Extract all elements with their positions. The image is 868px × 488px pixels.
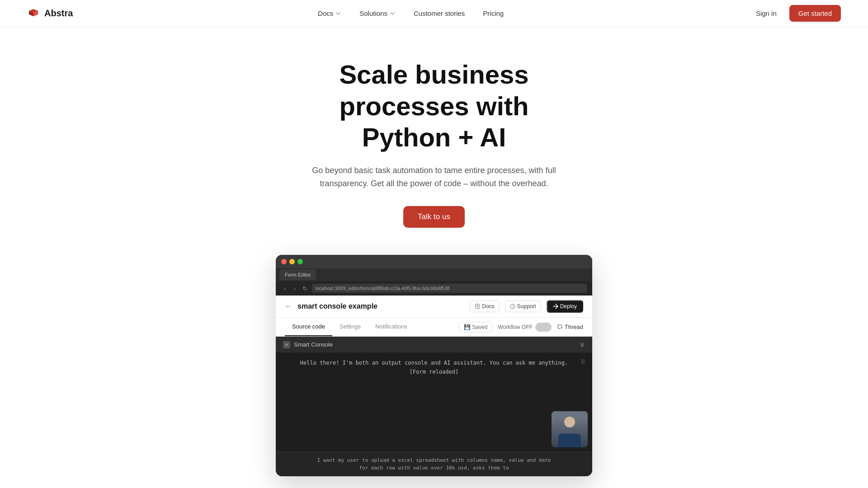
hero-title: Scale business processes with Python + A… [276,59,592,153]
console-icon: ≡ [283,341,290,348]
nav-customer-stories[interactable]: Customer stories [406,6,472,21]
smart-console-header: ≡ Smart Console ∨ [276,337,592,352]
tabs-left: Source code Settings Notifications [285,318,415,336]
app-title: smart console example [297,302,377,310]
support-button[interactable]: ? Support [505,300,541,312]
deploy-button[interactable]: Deploy [547,300,583,313]
tab-source-code[interactable]: Source code [285,318,332,336]
traffic-light-close[interactable] [281,259,287,264]
nav-right: Sign in Get started [749,5,841,22]
chevron-down-icon [335,10,341,17]
tab-settings[interactable]: Settings [332,318,368,336]
console-body: Hello there! I'm both an output console … [276,352,592,452]
forward-arrow-icon[interactable]: › [291,285,298,292]
docs-button[interactable]: Docs [470,300,499,312]
browser-tab-bar: Form Editor [276,268,592,281]
video-thumbnail [552,411,588,447]
nav-solutions[interactable]: Solutions [352,6,403,21]
screenshot-section: Form Editor ‹ › ↻ ← smart console exampl… [267,255,601,488]
hero-section: Scale business processes with Python + A… [0,27,868,488]
address-bar-input[interactable] [312,284,587,293]
person-head [564,417,575,427]
tabs-right: 💾 Saved Workflow OFF Thread [459,322,583,333]
docs-icon [475,304,480,309]
refresh-icon[interactable]: ↻ [301,285,308,292]
get-started-button[interactable]: Get started [789,5,841,22]
console-expand-icon[interactable]: ∨ [580,340,585,349]
browser-address-bar: ‹ › ↻ [276,281,592,296]
logo-icon [27,7,40,20]
thread-icon [557,324,563,330]
app-header: ← smart console example Docs [276,296,592,318]
talk-to-us-button[interactable]: Talk to us [403,206,465,228]
smart-console-title: ≡ Smart Console [283,341,333,348]
browser-tab[interactable]: Form Editor [279,269,316,280]
deploy-icon [553,304,558,309]
browser-frame: Form Editor ‹ › ↻ ← smart console exampl… [276,255,592,476]
svg-text:?: ? [512,305,514,308]
logo-link[interactable]: Abstra [27,7,73,20]
app-tabs: Source code Settings Notifications 💾 Sav… [276,318,592,337]
thread-button[interactable]: Thread [557,324,583,330]
console-input-text: I want my user to upload a excel spreads… [283,457,585,472]
console-input-area: I want my user to upload a excel spreads… [276,452,592,476]
nav-center: Docs Solutions Customer stories Pricing [311,6,511,21]
app-header-left: ← smart console example [285,302,377,310]
chevron-down-icon-2 [389,10,396,17]
person-body [558,434,581,447]
tab-notifications[interactable]: Notifications [368,318,415,336]
traffic-light-minimize[interactable] [289,259,295,264]
saved-badge: 💾 Saved [459,322,492,333]
support-icon: ? [510,304,515,309]
hero-subtitle: Go beyond basic task automation to tame … [307,164,561,190]
nav-docs[interactable]: Docs [311,6,349,21]
traffic-light-maximize[interactable] [297,259,303,264]
app-header-right: Docs ? Support Deploy [470,300,583,313]
brand-name: Abstra [44,8,73,19]
address-nav: ‹ › ↻ [281,285,308,292]
copy-icon[interactable]: ⎘ [581,358,585,365]
console-output: Hello there! I'm both an output console … [283,359,585,376]
back-arrow-icon[interactable]: ‹ [281,285,288,292]
browser-chrome [276,255,592,268]
workflow-toggle-switch[interactable] [535,323,552,332]
sign-in-button[interactable]: Sign in [749,6,784,21]
back-button[interactable]: ← [285,302,292,310]
navbar: Abstra Docs Solutions Customer stories P… [0,0,868,27]
video-person [552,411,588,447]
workflow-toggle: Workflow OFF [498,323,551,332]
nav-pricing[interactable]: Pricing [476,6,511,21]
